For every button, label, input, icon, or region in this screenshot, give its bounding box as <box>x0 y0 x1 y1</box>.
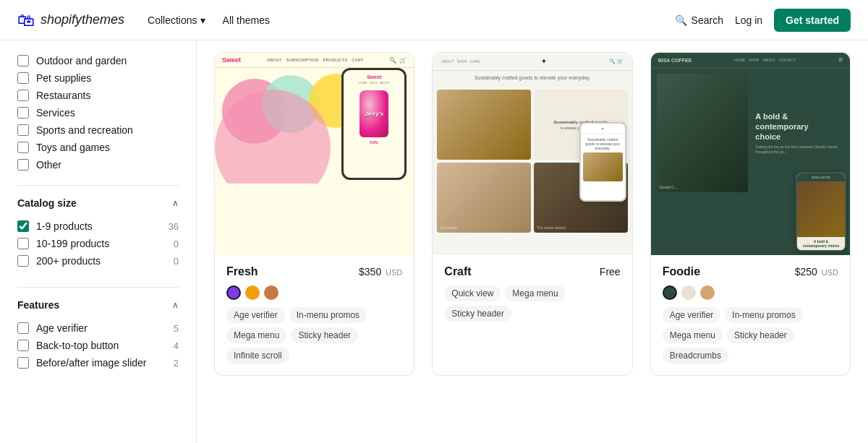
filter-age-verifier-checkbox[interactable] <box>17 322 29 334</box>
filter-200plus-checkbox[interactable] <box>17 255 29 267</box>
tag-foodie-mega-menu: Mega menu <box>663 327 723 343</box>
color-swatch-foodie-beige[interactable] <box>681 285 696 300</box>
themes-grid: Sweet ABOUTSUBSCRIPTIONPRODUCTSCART 🔍🛒 <box>214 52 851 376</box>
filter-other-checkbox[interactable] <box>17 159 29 171</box>
tag-foodie-sticky-header: Sticky header <box>727 327 794 343</box>
filter-pet-supplies[interactable]: Pet supplies <box>17 69 179 87</box>
filter-sports-recreation[interactable]: Sports and recreation <box>17 121 179 139</box>
filter-restaurants-checkbox[interactable] <box>17 90 29 101</box>
theme-title-row-fresh: Fresh $350 USD <box>226 265 402 278</box>
features-title: Features <box>17 299 59 311</box>
search-icon: 🔍 <box>675 14 687 26</box>
color-swatch-foodie-green[interactable] <box>663 285 677 300</box>
filter-1-9[interactable]: 1-9 products 36 <box>17 218 179 235</box>
logo-link[interactable]: 🛍 shopifythemes <box>17 10 124 30</box>
theme-name-craft: Craft <box>444 265 471 278</box>
filter-back-to-top-label: Back-to-top button <box>36 340 166 351</box>
tag-fresh-age-verifier: Age verifier <box>226 307 285 323</box>
filter-10-199-label: 10-199 products <box>36 238 166 249</box>
catalog-size-header: Catalog size ∧ <box>17 197 179 209</box>
filter-1-9-label: 1-9 products <box>36 220 161 232</box>
filter-services[interactable]: Services <box>17 104 179 121</box>
theme-info-foodie: Foodie $250 USD Age verifier In-menu pr <box>651 255 850 375</box>
tag-fresh-mega-menu: Mega menu <box>226 327 286 343</box>
main-content: Sweet ABOUTSUBSCRIPTIONPRODUCTSCART 🔍🛒 <box>197 40 868 443</box>
filter-restaurants-label: Restaurants <box>36 90 179 101</box>
filter-10-199[interactable]: 10-199 products 0 <box>17 235 179 252</box>
shopify-bag-icon: 🛍 <box>17 10 35 30</box>
tag-craft-sticky-header: Sticky header <box>444 306 511 322</box>
search-button[interactable]: 🔍 Search <box>675 14 723 26</box>
filter-outdoor-garden-checkbox[interactable] <box>17 55 29 66</box>
get-started-button[interactable]: Get started <box>774 9 851 32</box>
filter-toys-checkbox[interactable] <box>17 142 29 153</box>
filter-back-to-top[interactable]: Back-to-top button 4 <box>17 337 179 354</box>
filter-before-after-label: Before/after image slider <box>36 357 166 369</box>
collections-nav-link[interactable]: Collections ▾ <box>148 14 205 26</box>
theme-preview-foodie: INSA COFFEE HOMESHOPABOUTCONTACT ☰ G <box>651 53 850 255</box>
filter-outdoor-garden-label: Outdoor and garden <box>36 55 179 66</box>
catalog-size-section: Catalog size ∧ 1-9 products 36 10-199 pr… <box>17 197 179 270</box>
theme-info-craft: Craft Free Quick view Mega menu Sticky h… <box>433 255 631 333</box>
nav-right: 🔍 Search Log in Get started <box>675 9 851 32</box>
filter-age-verifier-count: 5 <box>174 323 179 334</box>
sidebar: Outdoor and garden Pet supplies Restaura… <box>0 40 197 443</box>
brand-name: shopifythemes <box>41 12 124 27</box>
navbar: 🛍 shopifythemes Collections ▾ All themes… <box>0 0 868 40</box>
divider-1 <box>17 185 179 186</box>
theme-preview-fresh: Sweet ABOUTSUBSCRIPTIONPRODUCTSCART 🔍🛒 <box>215 53 414 255</box>
filter-sports-label: Sports and recreation <box>36 124 179 136</box>
theme-colors-foodie <box>663 285 838 300</box>
filter-age-verifier[interactable]: Age verifier 5 <box>17 319 179 337</box>
filter-toys-games[interactable]: Toys and games <box>17 139 179 156</box>
filter-services-label: Services <box>36 107 179 119</box>
color-swatch-fresh-purple[interactable] <box>226 285 241 300</box>
filter-services-checkbox[interactable] <box>17 107 29 119</box>
theme-tags-fresh: Age verifier In-menu promos Mega menu St… <box>226 307 402 364</box>
login-button[interactable]: Log in <box>735 14 762 26</box>
filter-back-to-top-checkbox[interactable] <box>17 340 29 351</box>
theme-tags-foodie: Age verifier In-menu promos Mega menu St… <box>663 307 838 364</box>
theme-card-craft: ABOUTSHOPCARE ✦ 🔍 🛒 Sustainably crafted … <box>432 52 632 376</box>
color-swatch-foodie-tan[interactable] <box>700 285 715 300</box>
theme-colors-fresh <box>226 285 402 300</box>
theme-name-foodie: Foodie <box>663 265 700 278</box>
theme-info-fresh: Fresh $350 USD Age verifier In-menu pro <box>215 255 414 375</box>
filter-sports-checkbox[interactable] <box>17 124 29 136</box>
filter-before-after-checkbox[interactable] <box>17 357 29 369</box>
theme-name-fresh: Fresh <box>226 265 258 278</box>
divider-2 <box>17 287 179 288</box>
color-swatch-fresh-yellow[interactable] <box>245 285 260 300</box>
filter-200plus-count: 0 <box>174 256 179 267</box>
theme-title-row-craft: Craft Free <box>444 265 620 278</box>
filter-pet-supplies-checkbox[interactable] <box>17 72 29 84</box>
theme-tags-craft: Quick view Mega menu Sticky header <box>444 285 620 322</box>
filter-other[interactable]: Other <box>17 156 179 173</box>
features-header: Features ∧ <box>17 299 179 311</box>
filter-toys-label: Toys and games <box>36 142 179 153</box>
catalog-size-chevron: ∧ <box>172 198 179 208</box>
filter-pet-supplies-label: Pet supplies <box>36 72 179 84</box>
tag-craft-mega-menu: Mega menu <box>505 285 565 301</box>
filter-1-9-count: 36 <box>169 221 179 232</box>
features-section: Features ∧ Age verifier 5 Back-to-top bu… <box>17 299 179 371</box>
allthemes-nav-link[interactable]: All themes <box>223 14 270 26</box>
filter-200plus[interactable]: 200+ products 0 <box>17 252 179 270</box>
tag-fresh-infinite-scroll: Infinite scroll <box>226 348 289 364</box>
features-chevron: ∧ <box>172 300 179 310</box>
filter-1-9-checkbox[interactable] <box>17 220 29 232</box>
filter-10-199-checkbox[interactable] <box>17 238 29 249</box>
filter-back-to-top-count: 4 <box>174 340 179 351</box>
filter-10-199-count: 0 <box>174 238 179 249</box>
theme-title-row-foodie: Foodie $250 USD <box>663 265 838 278</box>
filter-other-label: Other <box>36 159 179 171</box>
theme-card-foodie: INSA COFFEE HOMESHOPABOUTCONTACT ☰ G <box>650 52 851 376</box>
filter-restaurants[interactable]: Restaurants <box>17 87 179 104</box>
chevron-down-icon: ▾ <box>200 14 205 26</box>
color-swatch-fresh-brown[interactable] <box>264 285 278 300</box>
filter-before-after[interactable]: Before/after image slider 2 <box>17 354 179 371</box>
filter-200plus-label: 200+ products <box>36 255 166 267</box>
tag-foodie-in-menu-promos: In-menu promos <box>725 307 802 323</box>
tag-foodie-breadcrumbs: Breadcrumbs <box>663 348 728 364</box>
filter-outdoor-garden[interactable]: Outdoor and garden <box>17 52 179 69</box>
